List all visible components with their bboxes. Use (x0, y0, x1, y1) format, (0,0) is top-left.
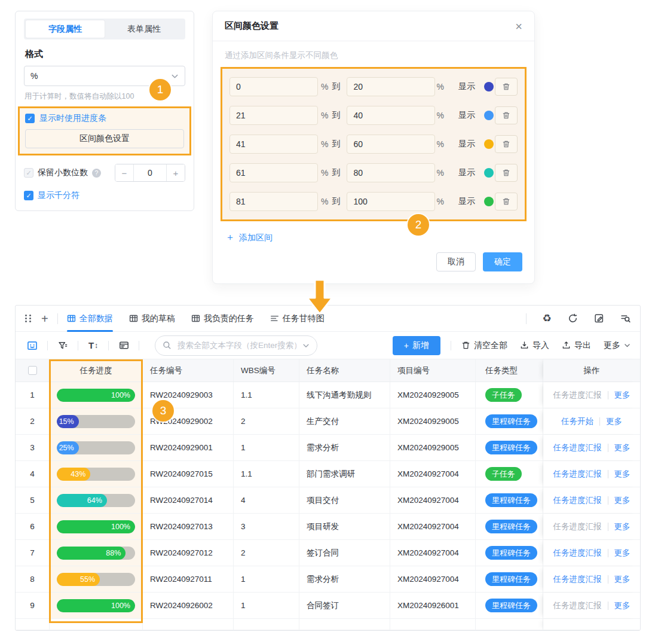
clear-all-button[interactable]: 清空全部 (461, 340, 507, 351)
table-row[interactable]: 3 25% RW20240929001 1 需求分析 XM20240929005… (16, 435, 640, 461)
table-row[interactable]: 2 15% RW20240929002 2 生产交付 XM20240929005… (16, 408, 640, 435)
column-header-project-no[interactable]: 项目编号 (390, 359, 476, 381)
color-swatch[interactable] (484, 139, 494, 149)
column-header-task-type[interactable]: 任务类型 (476, 359, 543, 381)
range-to-input[interactable] (347, 77, 435, 96)
gantt-icon (270, 314, 279, 323)
primary-action-link[interactable]: 任务进度汇报 (553, 495, 602, 506)
ok-button[interactable]: 确定 (483, 252, 522, 271)
add-view-button[interactable]: + (41, 313, 48, 325)
recycle-bin-icon[interactable]: ♻ (543, 313, 552, 323)
table-row[interactable]: 8 55% RW20240927011 1 需求分析 XM20240927004… (16, 566, 640, 593)
filter-icon[interactable] (56, 338, 70, 353)
search-box[interactable] (155, 335, 317, 356)
color-swatch[interactable] (484, 168, 494, 178)
primary-action-link[interactable]: 任务进度汇报 (553, 390, 602, 401)
range-from-input[interactable] (229, 163, 318, 182)
table-row[interactable]: 6 100% RW20240927013 3 项目研发 XM2024092700… (16, 514, 640, 540)
tab-form-properties[interactable]: 表单属性 (105, 20, 183, 38)
column-header-task-no[interactable]: 任务编号 (143, 359, 234, 381)
wbs-cell: 1.1 (234, 461, 299, 487)
primary-action-link[interactable]: 任务进度汇报 (553, 600, 602, 611)
form-edit-icon[interactable] (594, 313, 604, 323)
text-sort-icon[interactable]: T↕ (86, 338, 100, 353)
table-row[interactable]: 7 88% RW20240927012 2 签订合同 XM20240927004… (16, 540, 640, 566)
add-range-label: 添加区间 (239, 233, 273, 243)
range-from-input[interactable] (229, 135, 318, 154)
actions-cell: 任务进度汇报 更多 (543, 540, 640, 566)
display-fields-icon[interactable] (25, 338, 39, 353)
task-no-cell: RW20240927013 (143, 514, 234, 539)
range-from-input[interactable] (229, 106, 318, 125)
table-row[interactable]: 1 100% RW20240929003 1.1 线下沟通考勤规则 XM2024… (16, 382, 640, 408)
search-list-icon[interactable] (620, 313, 630, 323)
primary-action-link[interactable]: 任务开始 (561, 416, 593, 427)
percent-label: % (321, 111, 328, 120)
column-header-wbs[interactable]: WBS编号 (234, 359, 299, 381)
drag-handle-icon[interactable] (25, 315, 32, 322)
tab-field-properties[interactable]: 字段属性 (26, 20, 105, 38)
color-swatch[interactable] (484, 82, 494, 91)
range-from-input[interactable] (229, 192, 318, 211)
table-row[interactable]: 4 43% RW20240927015 1.1 部门需求调研 XM2024092… (16, 461, 640, 487)
primary-action-link[interactable]: 任务进度汇报 (553, 574, 602, 585)
primary-action-link[interactable]: 任务进度汇报 (553, 469, 602, 480)
toolbar-actions: + 新增 清空全部 导入 (393, 336, 630, 355)
range-to-input[interactable] (347, 163, 435, 182)
export-button[interactable]: 导出 (562, 340, 591, 351)
range-color-settings-button[interactable]: 区间颜色设置 (25, 129, 184, 148)
select-all-checkbox[interactable] (28, 366, 37, 375)
color-swatch[interactable] (484, 111, 494, 120)
view-tab-all-data[interactable]: 全部数据 (67, 306, 113, 332)
thousand-checkbox[interactable]: ✓ (24, 191, 33, 200)
card-view-icon[interactable] (117, 338, 131, 353)
stepper-minus-button[interactable]: − (115, 164, 133, 181)
stepper-plus-button[interactable]: + (167, 164, 185, 181)
more-action-link[interactable]: 更多 (614, 548, 630, 558)
more-action-link[interactable]: 更多 (614, 390, 630, 401)
cancel-button[interactable]: 取消 (436, 252, 476, 271)
progress-value: 88% (106, 549, 121, 557)
more-action-link[interactable]: 更多 (614, 574, 630, 585)
refresh-icon[interactable] (568, 313, 578, 323)
more-action-link[interactable]: 更多 (614, 495, 630, 506)
more-action-link[interactable]: 更多 (614, 521, 630, 532)
primary-action-link[interactable]: 任务进度汇报 (553, 442, 602, 453)
range-to-input[interactable] (347, 192, 435, 211)
add-record-button[interactable]: + 新增 (393, 336, 440, 355)
delete-range-button[interactable] (495, 135, 518, 153)
view-tab-my-tasks[interactable]: 我负责的任务 (191, 306, 254, 332)
range-to-input[interactable] (347, 106, 435, 125)
empty-row (16, 619, 640, 630)
more-action-link[interactable]: 更多 (614, 442, 630, 453)
delete-range-button[interactable] (495, 164, 518, 182)
close-icon[interactable]: × (515, 20, 522, 32)
stepper-value[interactable]: 0 (133, 164, 167, 181)
delete-range-button[interactable] (495, 193, 518, 210)
progress-checkbox[interactable]: ✓ (25, 114, 35, 123)
import-button[interactable]: 导入 (520, 340, 549, 351)
add-range-link[interactable]: ＋ 添加区间 (225, 231, 273, 244)
delete-range-button[interactable] (495, 106, 518, 124)
decimal-checkbox[interactable]: ✓ (24, 168, 33, 178)
progress-cell: 55% (50, 566, 143, 592)
range-to-input[interactable] (347, 135, 435, 154)
help-icon[interactable]: ? (92, 169, 101, 178)
column-header-progress[interactable]: 任务进度 (50, 359, 143, 381)
more-menu-button[interactable]: 更多 (604, 340, 630, 351)
table-row[interactable]: 9 100% RW20240926002 1 合同签订 XM2024092600… (16, 593, 640, 619)
chevron-down-icon[interactable] (302, 342, 310, 349)
primary-action-link[interactable]: 任务进度汇报 (553, 521, 602, 532)
more-action-link[interactable]: 更多 (606, 416, 622, 427)
delete-range-button[interactable] (495, 78, 518, 96)
primary-action-link[interactable]: 任务进度汇报 (553, 548, 602, 558)
view-tab-my-drafts[interactable]: 我的草稿 (129, 306, 175, 332)
range-from-input[interactable] (229, 77, 318, 96)
progress-value: 100% (111, 602, 130, 610)
more-action-link[interactable]: 更多 (614, 469, 630, 480)
search-input[interactable] (176, 340, 298, 350)
more-action-link[interactable]: 更多 (614, 600, 630, 611)
column-header-task-name[interactable]: 任务名称 (299, 359, 390, 381)
color-swatch[interactable] (484, 197, 494, 206)
table-row[interactable]: 5 64% RW20240927014 4 项目交付 XM20240927004… (16, 487, 640, 514)
